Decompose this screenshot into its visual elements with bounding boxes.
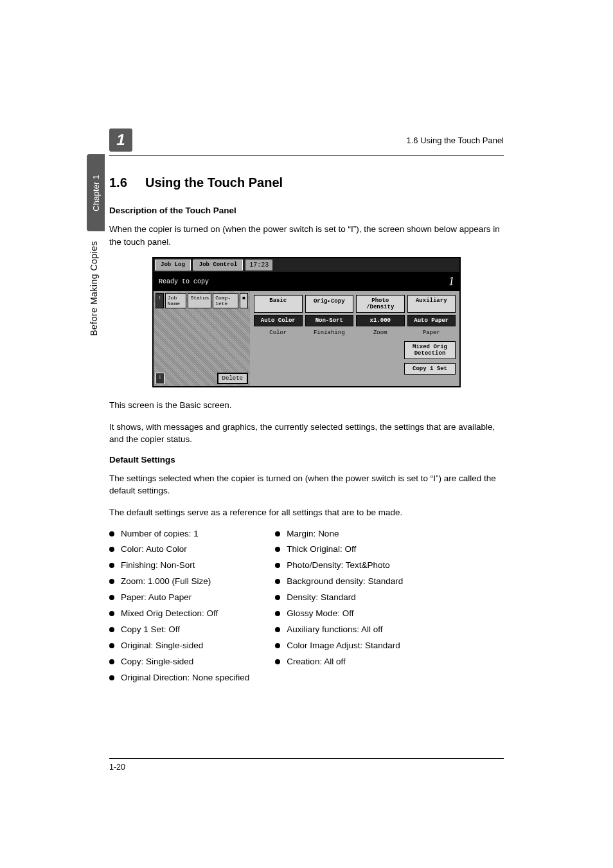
ss-tab-origcopy: Orig▸Copy (305, 295, 354, 313)
ss-tab-photodensity: Photo /Density (356, 295, 405, 313)
para-shows: It shows, with messages and graphics, th… (109, 421, 504, 446)
ss-hdr-jobname: Job Name (165, 293, 187, 308)
ss-delete-button: Delete (217, 373, 248, 384)
subheading-description: Description of the Touch Panel (109, 206, 504, 215)
ss-time: 17:23 (245, 260, 272, 270)
default-list-right: Margin: None Thick Original: Off Photo/D… (275, 528, 403, 688)
para-defaults-1: The settings selected when the copier is… (109, 472, 504, 497)
ss-hdr-complete: Comp- lete (213, 293, 238, 308)
para-defaults-2: The default settings serve as a referenc… (109, 506, 504, 519)
ss-autocolor: Auto Color (254, 315, 303, 326)
ss-lbl-zoom: Zoom (356, 328, 405, 337)
page-content: 1 1.6 Using the Touch Panel 1.6Using the… (0, 0, 613, 726)
list-item: Number of copies: 1 (109, 528, 249, 540)
ss-tab-basic: Basic (254, 295, 303, 313)
ss-status-bar: Ready to copy 1 (154, 272, 459, 291)
list-item: Original Direction: None specified (109, 672, 249, 684)
subheading-defaults: Default Settings (109, 455, 504, 465)
default-settings-columns: Number of copies: 1 Color: Auto Color Fi… (109, 528, 504, 688)
footer-rule (109, 758, 504, 759)
ss-tab-job-log: Job Log (155, 260, 191, 270)
list-item: Copy: Single-sided (109, 656, 249, 668)
list-item: Photo/Density: Text&Photo (275, 560, 403, 572)
ss-nonsort: Non-Sort (305, 315, 354, 326)
list-item: Copy 1 Set: Off (109, 624, 249, 636)
list-item: Auxiliary functions: All off (275, 624, 403, 636)
chapter-badge: 1 (109, 128, 132, 152)
list-item: Color: Auto Color (109, 544, 249, 556)
ss-mixedorig: Mixed Orig Detection (404, 341, 456, 359)
running-header: 1 1.6 Using the Touch Panel (109, 128, 504, 152)
para-intro: When the copier is turned on (when the p… (109, 223, 504, 248)
ss-right-panel: Basic Orig▸Copy Photo /Density Auxiliary… (250, 291, 459, 386)
section-heading: 1.6Using the Touch Panel (109, 175, 504, 190)
ss-status-msg: Ready to copy (159, 278, 209, 285)
header-rule (109, 155, 504, 156)
ss-lbl-color: Color (254, 328, 303, 337)
ss-arrow-up-icon: ↑ (155, 293, 164, 308)
ss-lbl-paper: Paper (407, 328, 456, 337)
ss-autopaper: Auto Paper (407, 315, 456, 326)
list-item: Finishing: Non-Sort (109, 560, 249, 572)
ss-lbl-finishing: Finishing (305, 328, 354, 337)
touch-panel-screenshot: Job Log Job Control 17:23 Ready to copy … (152, 257, 461, 387)
ss-tab-job-control: Job Control (193, 260, 243, 270)
section-number: 1.6 (109, 175, 145, 190)
list-item: Zoom: 1.000 (Full Size) (109, 576, 249, 588)
ss-arrow-down-icon: ↓ (155, 373, 164, 384)
list-item: Glossy Mode: Off (275, 608, 403, 620)
list-item: Color Image Adjust: Standard (275, 640, 403, 652)
ss-zoom: x1.000 (356, 315, 405, 326)
page-footer: 1-20 (109, 758, 504, 772)
ss-hdr-icon: ■ (240, 293, 248, 308)
ss-tab-auxiliary: Auxiliary (407, 295, 456, 313)
ss-copy-count: 1 (449, 275, 454, 288)
list-item: Background density: Standard (275, 576, 403, 588)
list-item: Density: Standard (275, 592, 403, 604)
para-basic-screen: This screen is the Basic screen. (109, 399, 504, 412)
default-list-left: Number of copies: 1 Color: Auto Color Fi… (109, 528, 249, 688)
list-item: Mixed Orig Detection: Off (109, 608, 249, 620)
running-header-text: 1.6 Using the Touch Panel (406, 136, 504, 145)
page-number: 1-20 (109, 763, 504, 772)
list-item: Creation: All off (275, 656, 403, 668)
list-item: Thick Original: Off (275, 544, 403, 556)
list-item: Paper: Auto Paper (109, 592, 249, 604)
section-title-text: Using the Touch Panel (145, 175, 283, 190)
ss-copy1set: Copy 1 Set (404, 363, 456, 375)
list-item: Original: Single-sided (109, 640, 249, 652)
list-item: Margin: None (275, 528, 403, 540)
ss-left-panel: ↑ Job Name Status Comp- lete ■ ↓ Delete (154, 291, 250, 386)
ss-hdr-status: Status (188, 293, 211, 308)
